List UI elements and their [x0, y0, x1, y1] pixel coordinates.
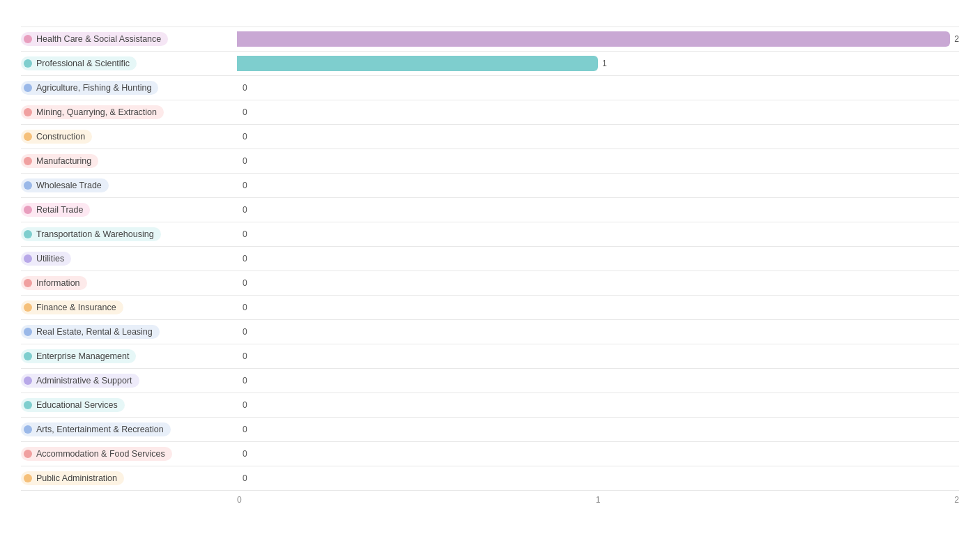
- industry-label: Educational Services: [36, 400, 118, 410]
- bar-row: Enterprise Management0: [21, 344, 959, 368]
- bar-row: Accommodation & Food Services0: [21, 441, 959, 466]
- bar-value-label: 0: [243, 425, 247, 434]
- industry-label: Enterprise Management: [36, 351, 129, 361]
- bar-value-label: 0: [243, 303, 247, 312]
- industry-color-dot: [24, 59, 32, 68]
- bar-value-label: 0: [243, 473, 247, 483]
- label-container: Finance & Insurance: [21, 300, 237, 314]
- industry-label: Mining, Quarrying, & Extraction: [36, 107, 157, 117]
- label-container: Educational Services: [21, 398, 237, 412]
- bar-section: 0: [237, 346, 959, 366]
- bar-section: 0: [237, 395, 959, 415]
- bar-section: 0: [237, 151, 959, 171]
- bar-section: 0: [237, 127, 959, 146]
- industry-label: Wholesale Trade: [36, 181, 102, 190]
- bar-row: Public Administration0: [21, 466, 959, 491]
- bar-value-label: 0: [243, 107, 247, 117]
- bar-value-label: 0: [243, 327, 247, 337]
- bar-row: Manufacturing0: [21, 148, 959, 173]
- bar-section: 0: [237, 102, 959, 122]
- bar-row: Retail Trade0: [21, 197, 959, 222]
- bar-stub: [237, 105, 238, 120]
- bar-stub: [237, 227, 238, 242]
- industry-label: Retail Trade: [36, 205, 83, 215]
- industry-label: Utilities: [36, 254, 64, 264]
- bar-stub: [237, 300, 238, 315]
- bar-value-label: 0: [243, 254, 247, 264]
- bar-section: 0: [237, 224, 959, 244]
- industry-label: Health Care & Social Assistance: [36, 34, 161, 44]
- industry-color-dot: [24, 35, 32, 43]
- bar-row: Agriculture, Fishing & Hunting0: [21, 75, 959, 100]
- industry-color-dot: [24, 84, 32, 92]
- bar-stub: [237, 397, 238, 413]
- industry-color-dot: [24, 157, 32, 165]
- bar-stub: [237, 446, 238, 462]
- bar-row: Finance & Insurance0: [21, 295, 959, 319]
- label-container: Retail Trade: [21, 203, 237, 217]
- bar-stub: [237, 153, 238, 169]
- bar-value-label: 0: [243, 181, 247, 190]
- bar-value-label: 0: [243, 449, 247, 459]
- x-axis: 012: [21, 495, 959, 505]
- industry-label: Information: [36, 278, 80, 288]
- x-axis-label: 1: [596, 495, 601, 505]
- industry-label: Accommodation & Food Services: [36, 449, 165, 459]
- label-container: Accommodation & Food Services: [21, 447, 237, 461]
- bar-stub: [237, 202, 238, 218]
- industry-color-dot: [24, 254, 32, 263]
- industry-label: Real Estate, Rental & Leasing: [36, 327, 153, 337]
- bar-row: Real Estate, Rental & Leasing0: [21, 319, 959, 344]
- industry-color-dot: [24, 450, 32, 458]
- industry-color-dot: [24, 401, 32, 409]
- bar-value-label: 0: [243, 83, 247, 93]
- industry-color-dot: [24, 352, 32, 360]
- industry-label: Administrative & Support: [36, 376, 132, 386]
- bar-stub: [237, 129, 238, 144]
- industry-color-dot: [24, 230, 32, 238]
- bar-section: 0: [237, 444, 959, 464]
- industry-label: Finance & Insurance: [36, 303, 116, 312]
- bar-section: 0: [237, 200, 959, 220]
- label-container: Administrative & Support: [21, 374, 237, 388]
- bar-section: 2: [237, 29, 959, 49]
- industry-color-dot: [24, 132, 32, 141]
- industry-label: Construction: [36, 132, 85, 142]
- bar-row: Information0: [21, 270, 959, 295]
- industry-color-dot: [24, 108, 32, 116]
- bar-value-label: 0: [243, 351, 247, 361]
- bar-value-label: 1: [602, 59, 607, 68]
- industry-color-dot: [24, 206, 32, 214]
- bar-row: Construction0: [21, 124, 959, 148]
- bar-stub: [237, 178, 238, 193]
- bar-row: Transportation & Warehousing0: [21, 222, 959, 246]
- bar-section: 0: [237, 298, 959, 317]
- bar-value-label: 0: [243, 278, 247, 288]
- label-container: Public Administration: [21, 471, 237, 485]
- bar-stub: [237, 422, 238, 437]
- bar-value-label: 0: [243, 132, 247, 142]
- industry-label: Professional & Scientific: [36, 59, 130, 68]
- label-container: Information: [21, 276, 237, 290]
- bar-row: Mining, Quarrying, & Extraction0: [21, 100, 959, 124]
- bar-row: Professional & Scientific1: [21, 51, 959, 75]
- bar-stub: [237, 471, 238, 486]
- bar: [237, 31, 950, 47]
- label-container: Agriculture, Fishing & Hunting: [21, 81, 237, 95]
- bar-value-label: 0: [243, 156, 247, 166]
- label-container: Enterprise Management: [21, 349, 237, 363]
- industry-color-dot: [24, 181, 32, 190]
- label-container: Arts, Entertainment & Recreation: [21, 422, 237, 436]
- chart-area: Health Care & Social Assistance2Professi…: [21, 26, 959, 491]
- bar-row: Educational Services0: [21, 393, 959, 417]
- industry-label: Arts, Entertainment & Recreation: [36, 425, 164, 434]
- industry-color-dot: [24, 376, 32, 385]
- label-container: Manufacturing: [21, 154, 237, 168]
- label-container: Real Estate, Rental & Leasing: [21, 325, 237, 339]
- bar-section: 0: [237, 420, 959, 439]
- label-container: Construction: [21, 130, 237, 144]
- bar-row: Arts, Entertainment & Recreation0: [21, 417, 959, 441]
- bar-row: Utilities0: [21, 246, 959, 270]
- bar-section: 0: [237, 468, 959, 488]
- industry-label: Manufacturing: [36, 156, 91, 166]
